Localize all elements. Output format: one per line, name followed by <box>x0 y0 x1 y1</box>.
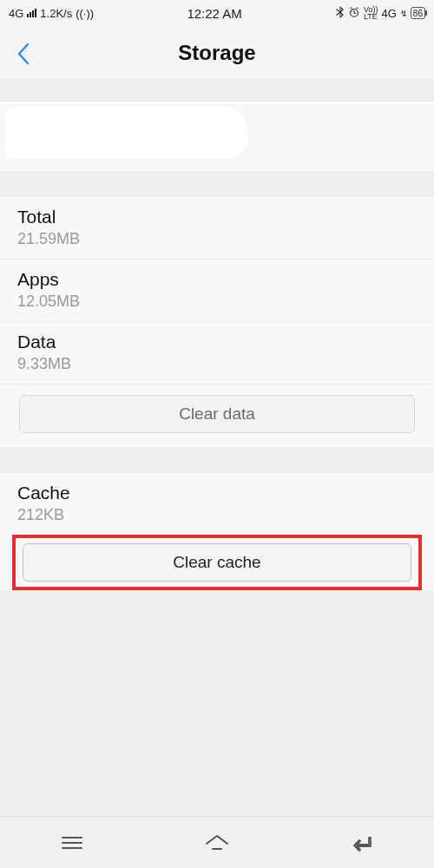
clear-data-wrap: Clear data <box>0 385 434 447</box>
statusbar-left: 4G 1.2K/s ((·)) <box>9 7 94 20</box>
cache-row: Cache 212KB <box>0 473 434 535</box>
signal-strength-icon <box>27 9 36 17</box>
status-bar: 4G 1.2K/s ((·)) 12:22 AM Vo))LTE 4G ↯ 86 <box>0 0 434 26</box>
apps-label: Apps <box>17 268 417 291</box>
system-navbar <box>0 816 434 868</box>
back-nav-button[interactable] <box>336 825 388 860</box>
total-value: 21.59MB <box>17 230 417 248</box>
section-gap <box>0 447 434 473</box>
clear-cache-label: Clear cache <box>173 553 260 572</box>
storage-apps-row: Apps 12.05MB <box>0 260 434 322</box>
page-title: Storage <box>0 41 434 65</box>
volte-icon: Vo))LTE <box>364 6 378 20</box>
data-label: Data <box>17 331 417 353</box>
back-button[interactable] <box>16 42 36 62</box>
home-button[interactable] <box>191 825 243 860</box>
clear-data-button[interactable]: Clear data <box>19 395 415 433</box>
clear-data-label: Clear data <box>179 404 255 424</box>
page-header: Storage <box>0 26 434 80</box>
network-type-label: 4G <box>9 7 23 20</box>
charging-icon: ↯ <box>400 9 407 18</box>
section-gap <box>0 80 434 102</box>
storage-section: Total 21.59MB Apps 12.05MB Data 9.33MB C… <box>0 197 434 447</box>
cache-section: Cache 212KB Clear cache <box>0 473 434 590</box>
recents-button[interactable] <box>46 825 98 860</box>
battery-icon: 86 <box>411 7 425 19</box>
data-value: 9.33MB <box>17 355 417 373</box>
alarm-icon <box>348 6 360 21</box>
clear-cache-highlight: Clear cache <box>12 535 422 590</box>
data-rate-label: 1.2K/s <box>40 7 72 20</box>
secondary-network-label: 4G <box>382 7 397 20</box>
app-info-placeholder <box>0 102 434 171</box>
section-gap <box>0 171 434 197</box>
bluetooth-icon <box>335 6 345 21</box>
cache-label: Cache <box>17 482 417 504</box>
total-label: Total <box>17 206 417 228</box>
hotspot-icon: ((·)) <box>76 7 94 20</box>
empty-space <box>0 602 434 811</box>
clear-cache-button[interactable]: Clear cache <box>23 543 411 582</box>
battery-pct: 86 <box>413 9 423 18</box>
redacted-area <box>5 107 248 159</box>
storage-total-row: Total 21.59MB <box>0 197 434 260</box>
statusbar-time: 12:22 AM <box>187 6 241 21</box>
apps-value: 12.05MB <box>17 293 417 311</box>
cache-value: 212KB <box>17 506 417 524</box>
storage-data-row: Data 9.33MB <box>0 322 434 385</box>
statusbar-right: Vo))LTE 4G ↯ 86 <box>335 6 425 21</box>
